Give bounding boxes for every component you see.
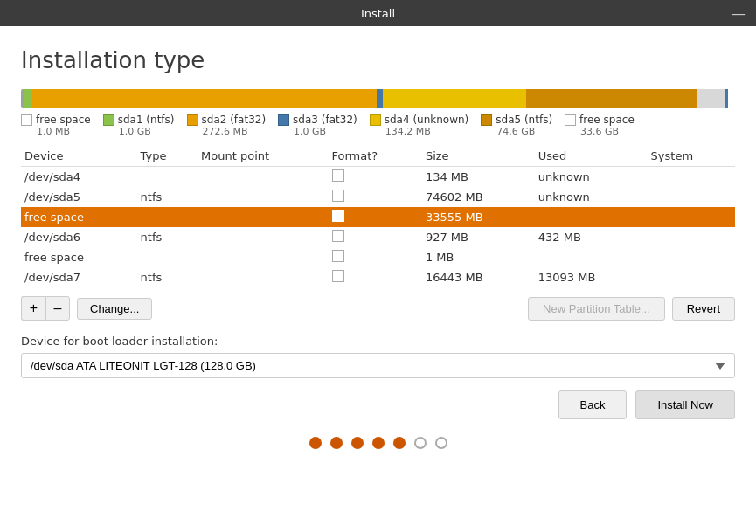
progress-dot [330,437,343,449]
add-partition-button[interactable]: + [21,296,45,321]
col-size: Size [422,146,535,167]
col-format: Format? [329,146,422,167]
disk-bar [21,89,735,108]
type-cell [137,207,198,227]
used-cell: unknown [535,167,648,188]
mount-cell [198,167,328,188]
table-row[interactable]: free space1 MB [21,247,735,267]
type-cell: ntfs [137,187,198,207]
minimize-button[interactable]: — [732,5,746,22]
format-checkbox[interactable] [332,270,344,282]
used-cell [535,247,648,267]
legend-item: sda4 (unknown)134.2 MB [370,114,469,137]
format-checkbox[interactable] [332,230,344,242]
progress-dot [351,437,364,449]
used-cell: 13093 MB [535,267,648,287]
type-cell: ntfs [137,267,198,287]
table-row[interactable]: free space33555 MB [21,207,735,227]
legend-item: sda5 (ntfs)74.6 GB [481,114,552,137]
col-mount: Mount point [198,146,328,167]
table-row[interactable]: /dev/sda7ntfs16443 MB13093 MB [21,267,735,287]
progress-dot [435,437,447,449]
system-cell [648,167,735,188]
system-cell [648,207,735,227]
col-system: System [648,146,735,167]
col-device: Device [21,146,137,167]
table-header-row: Device Type Mount point Format? Size Use… [21,146,735,167]
type-cell: ntfs [137,227,198,247]
mount-cell [198,247,328,267]
disk-bar-container [21,89,735,108]
bootloader-select[interactable]: /dev/sda ATA LITEONIT LGT-128 (128.0 GB) [21,353,735,378]
change-partition-button[interactable]: Change... [77,298,152,320]
format-checkbox[interactable] [332,210,344,222]
system-cell [648,267,735,287]
titlebar: Install — [0,0,756,26]
system-cell [648,187,735,207]
device-cell: /dev/sda4 [21,167,137,188]
new-partition-table-button[interactable]: New Partition Table... [528,297,665,321]
type-cell [137,247,198,267]
used-cell: 432 MB [535,227,648,247]
legend-item: free space33.6 GB [565,114,635,137]
table-row[interactable]: /dev/sda4134 MBunknown [21,167,735,188]
size-cell: 927 MB [422,227,535,247]
remove-partition-button[interactable]: – [45,296,70,321]
legend-item: sda3 (fat32)1.0 GB [278,114,357,137]
bootloader-row: Device for boot loader installation: /de… [21,335,735,378]
revert-button[interactable]: Revert [672,297,735,321]
main-content: Installation type free space1.0 MBsda1 (… [0,26,756,532]
size-cell: 33555 MB [422,207,535,227]
table-row[interactable]: /dev/sda5ntfs74602 MBunknown [21,187,735,207]
progress-dot [309,437,322,449]
progress-dots [21,437,735,463]
format-checkbox[interactable] [332,169,344,182]
device-cell: free space [21,247,137,267]
actions-row: + – Change... New Partition Table... Rev… [21,296,735,321]
disk-legend: free space1.0 MBsda1 (ntfs)1.0 GBsda2 (f… [21,114,735,137]
legend-item: free space1.0 MB [21,114,91,137]
size-cell: 74602 MB [422,187,535,207]
type-cell [137,167,198,188]
progress-dot [372,437,385,449]
legend-item: sda1 (ntfs)1.0 GB [103,114,175,137]
size-cell: 134 MB [422,167,535,188]
legend-item: sda2 (fat32)272.6 MB [187,114,267,137]
progress-dot [393,437,406,449]
col-used: Used [535,146,648,167]
mount-cell [198,187,328,207]
window-title: Install [361,7,395,20]
mount-cell [198,207,328,227]
system-cell [648,247,735,267]
used-cell: unknown [535,187,648,207]
back-button[interactable]: Back [558,390,628,419]
table-row[interactable]: /dev/sda6ntfs927 MB432 MB [21,227,735,247]
device-cell: /dev/sda5 [21,187,137,207]
format-checkbox[interactable] [332,250,344,262]
used-cell [535,207,648,227]
size-cell: 1 MB [422,247,535,267]
system-cell [648,227,735,247]
nav-buttons: Back Install Now [21,390,735,419]
mount-cell [198,227,328,247]
partition-table: Device Type Mount point Format? Size Use… [21,146,735,287]
bootloader-label: Device for boot loader installation: [21,335,735,348]
page-title: Installation type [21,47,735,73]
progress-dot [414,437,427,449]
mount-cell [198,267,328,287]
partition-tbody: /dev/sda4134 MBunknown/dev/sda5ntfs74602… [21,167,735,288]
device-cell: /dev/sda6 [21,227,137,247]
device-cell: /dev/sda7 [21,267,137,287]
size-cell: 16443 MB [422,267,535,287]
device-cell: free space [21,207,137,227]
col-type: Type [137,146,198,167]
install-now-button[interactable]: Install Now [635,390,735,419]
format-checkbox[interactable] [332,190,344,202]
